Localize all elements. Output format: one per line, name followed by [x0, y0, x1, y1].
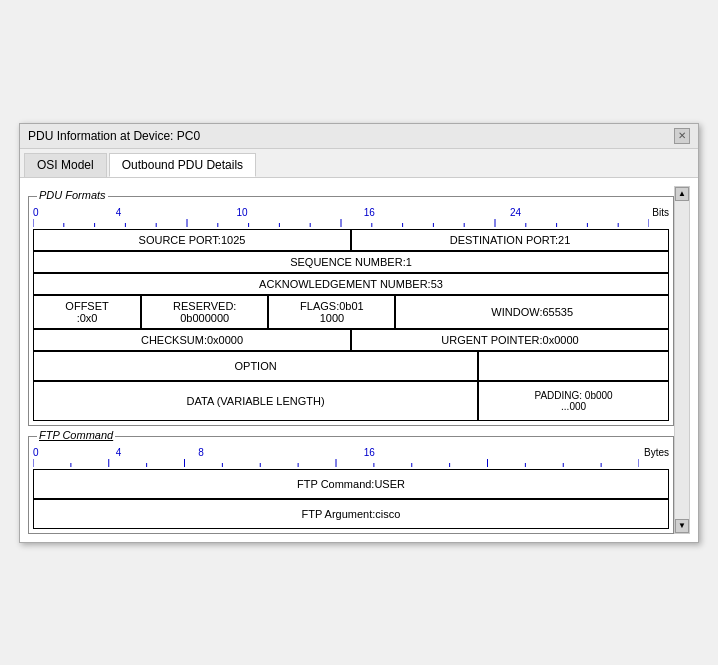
- pdu-row-3: ACKNOWLEDGEMENT NUMBER:53: [33, 273, 669, 295]
- main-window: PDU Information at Device: PC0 ✕ OSI Mod…: [19, 123, 699, 543]
- main-content: PDU Formats 0 4 10 16 24 Bits: [28, 186, 674, 534]
- offset-cell: OFFSET :0x0: [33, 295, 141, 329]
- data-cell: DATA (VARIABLE LENGTH): [33, 381, 478, 421]
- scroll-track[interactable]: [675, 201, 689, 519]
- urgent-ptr-cell: URGENT POINTER:0x0000: [351, 329, 669, 351]
- dest-port-cell: DESTINATION PORT:21: [351, 229, 669, 251]
- ftp-row-1: FTP Command:USER: [33, 469, 669, 499]
- ack-num-cell: ACKNOWLEDGEMENT NUMBER:53: [33, 273, 669, 295]
- checksum-cell: CHECKSUM:0x0000: [33, 329, 351, 351]
- pdu-formats-label: PDU Formats: [37, 189, 108, 201]
- pdu-row-6: OPTION: [33, 351, 669, 381]
- pdu-row-5: CHECKSUM:0x0000 URGENT POINTER:0x0000: [33, 329, 669, 351]
- window-title: PDU Information at Device: PC0: [28, 129, 200, 143]
- tab-outbound-pdu[interactable]: Outbound PDU Details: [109, 153, 256, 177]
- scrollbar-area: PDU Formats 0 4 10 16 24 Bits: [28, 186, 690, 534]
- ftp-ruler-ticks: [33, 459, 639, 467]
- tab-osi-model[interactable]: OSI Model: [24, 153, 107, 177]
- title-bar: PDU Information at Device: PC0 ✕: [20, 124, 698, 149]
- vertical-scrollbar[interactable]: ▲ ▼: [674, 186, 690, 534]
- padding-cell: PADDING: 0b000 ...000: [478, 381, 669, 421]
- window-cell: WINDOW:65535: [395, 295, 668, 329]
- scroll-down-button[interactable]: ▼: [675, 519, 689, 533]
- option-cell: OPTION: [33, 351, 478, 381]
- scroll-up-button[interactable]: ▲: [675, 187, 689, 201]
- ruler-ticks: [33, 219, 649, 227]
- source-port-cell: SOURCE PORT:1025: [33, 229, 351, 251]
- content-area: PDU Formats 0 4 10 16 24 Bits: [20, 178, 698, 542]
- option-empty-cell: [478, 351, 669, 381]
- ftp-argument-cell: FTP Argument:cisco: [33, 499, 669, 529]
- reserved-cell: RESERVED: 0b000000: [141, 295, 268, 329]
- pdu-row-7: DATA (VARIABLE LENGTH) PADDING: 0b000 ..…: [33, 381, 669, 421]
- close-button[interactable]: ✕: [674, 128, 690, 144]
- ftp-command-section: FTP Command 0 4 8 16 Bytes: [28, 436, 674, 534]
- seq-num-cell: SEQUENCE NUMBER:1: [33, 251, 669, 273]
- pdu-row-2: SEQUENCE NUMBER:1: [33, 251, 669, 273]
- tab-bar: OSI Model Outbound PDU Details: [20, 149, 698, 178]
- pdu-row-4: OFFSET :0x0 RESERVED: 0b000000 FLAGS:0b0…: [33, 295, 669, 329]
- ftp-row-2: FTP Argument:cisco: [33, 499, 669, 529]
- pdu-row-1: SOURCE PORT:1025 DESTINATION PORT:21: [33, 229, 669, 251]
- ftp-section-label: FTP Command: [37, 429, 115, 441]
- flags-cell: FLAGS:0b01 1000: [268, 295, 395, 329]
- ftp-command-cell: FTP Command:USER: [33, 469, 669, 499]
- pdu-formats-section: PDU Formats 0 4 10 16 24 Bits: [28, 196, 674, 426]
